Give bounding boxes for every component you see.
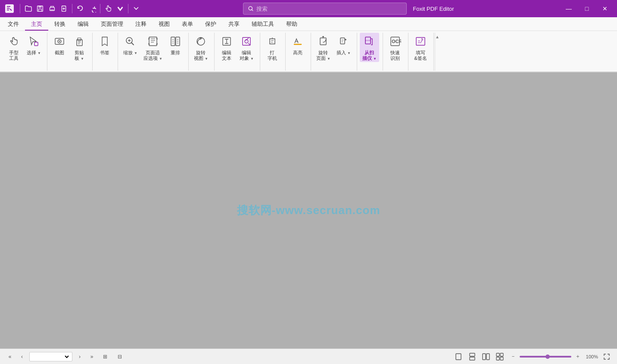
menu-item-annotation[interactable]: 注释	[129, 17, 153, 31]
print-button[interactable]	[46, 3, 58, 15]
sep2	[72, 4, 72, 13]
menu-item-convert[interactable]: 转换	[48, 17, 72, 31]
fitpage-button[interactable]: 页面适应选项 ▼	[141, 33, 165, 62]
screenshot-button[interactable]: 截图	[50, 33, 69, 56]
screenshot-icon	[53, 34, 66, 48]
svg-rect-34	[500, 357, 503, 360]
menubar: 文件 主页 转换 编辑 页面管理 注释 视图 表单 保护 共享 辅助工具 帮助	[0, 17, 617, 31]
select-icon	[27, 34, 41, 48]
menu-item-view[interactable]: 视图	[153, 17, 176, 31]
svg-point-10	[59, 41, 60, 42]
svg-rect-32	[500, 353, 503, 356]
ocr-label: 快速识别	[390, 50, 400, 61]
select-tool-button[interactable]: 选择 ▼	[24, 33, 44, 56]
edit-text-button[interactable]: 编辑文本	[217, 33, 236, 62]
scan-icon	[362, 34, 376, 48]
zoom-out-button[interactable]: －	[508, 352, 518, 361]
menu-item-tools[interactable]: 辅助工具	[246, 17, 280, 31]
search-input[interactable]	[256, 6, 402, 12]
svg-rect-25	[416, 37, 425, 45]
edit-text-icon	[220, 34, 234, 48]
zoom-button[interactable]: 缩放 ▼	[121, 33, 140, 56]
highlight-label: 高亮	[293, 50, 302, 56]
zoom-in-button[interactable]: ＋	[573, 352, 583, 361]
page-select[interactable]	[31, 354, 70, 360]
ribbon-scroll-arrow[interactable]: ▲	[435, 34, 439, 39]
nav-first-button[interactable]: «	[5, 352, 15, 361]
ribbon-group-bookmark: 书签	[93, 33, 118, 71]
menu-dropdown-button[interactable]	[130, 3, 142, 15]
close-button[interactable]: ✕	[596, 3, 614, 15]
svg-rect-30	[486, 354, 489, 360]
reorder-button[interactable]: 重排	[166, 33, 185, 56]
menu-item-protect[interactable]: 保护	[199, 17, 222, 31]
nav-prev-button[interactable]: ‹	[17, 352, 27, 361]
svg-text:OCR: OCR	[392, 39, 401, 44]
search-icon	[248, 6, 254, 12]
sep4	[128, 4, 128, 13]
ocr-button[interactable]: OCR 快速识别	[386, 33, 405, 62]
bookmark-icon	[98, 34, 112, 48]
bookmark-button[interactable]: 书签	[95, 33, 114, 56]
ribbon-scroll: ▲	[435, 33, 440, 71]
nav-extra2-button[interactable]: ⊟	[114, 352, 126, 361]
nav-extra1-button[interactable]: ⊞	[99, 352, 111, 361]
save-button[interactable]	[34, 3, 46, 15]
nav-last-button[interactable]: »	[87, 352, 97, 361]
hand-tool-button[interactable]: 手型工具	[4, 33, 23, 62]
nav-next-button[interactable]: ›	[75, 352, 84, 361]
insert-button[interactable]: 插入 ▼	[334, 33, 353, 56]
screenshot-label: 截图	[55, 50, 64, 56]
fill-sign-button[interactable]: 填写&签名	[411, 33, 430, 62]
ribbon-group-highlight: 高亮	[287, 33, 311, 71]
fitpage-label: 页面适应选项 ▼	[143, 50, 162, 61]
two-page-view-button[interactable]	[481, 352, 491, 362]
two-page-continuous-view-button[interactable]	[495, 352, 505, 362]
highlight-icon	[291, 34, 305, 48]
menu-item-page[interactable]: 页面管理	[95, 17, 129, 31]
minimize-button[interactable]: —	[560, 3, 577, 15]
rotate-page-icon	[316, 34, 330, 48]
highlight-button[interactable]: 高亮	[288, 33, 307, 56]
menu-item-home[interactable]: 主页	[25, 17, 48, 31]
menu-item-edit[interactable]: 编辑	[72, 17, 95, 31]
hand-cursor-button[interactable]	[102, 3, 114, 15]
single-page-view-button[interactable]	[453, 352, 464, 362]
menu-item-file[interactable]: 文件	[2, 17, 25, 31]
ribbon-group-sign: 填写&签名	[409, 33, 434, 71]
scan-label: 从扫描仪 ▼	[362, 50, 377, 61]
maximize-button[interactable]: □	[578, 3, 595, 15]
svg-point-19	[245, 40, 248, 43]
undo-button[interactable]	[74, 3, 86, 15]
continuous-view-button[interactable]	[467, 352, 477, 362]
menu-item-form[interactable]: 表单	[176, 17, 199, 31]
main-content: 搜软网-www.secruan.com	[0, 72, 617, 348]
scan-button[interactable]: 从扫描仪 ▼	[360, 33, 379, 62]
ribbon-group-ocr: OCR 快速识别	[384, 33, 408, 71]
svg-rect-31	[496, 353, 499, 356]
fill-sign-label: 填写&签名	[414, 50, 427, 61]
rotate-view-button[interactable]: 旋转视图 ▼	[191, 33, 211, 62]
ocr-icon: OCR	[388, 34, 402, 48]
svg-rect-27	[470, 353, 475, 356]
open-file-button[interactable]	[22, 3, 34, 15]
svg-rect-3	[38, 9, 41, 11]
expand-button[interactable]	[601, 352, 612, 362]
page-input-box[interactable]	[29, 352, 72, 361]
zoom-bar[interactable]	[520, 356, 571, 358]
window-controls: — □ ✕	[560, 3, 614, 15]
paste-button[interactable]: 剪贴板 ▼	[70, 33, 89, 62]
rotate-page-button[interactable]: 旋转页面 ▼	[314, 33, 333, 62]
search-box[interactable]	[243, 3, 407, 15]
redo-button[interactable]	[86, 3, 98, 15]
menu-item-share[interactable]: 共享	[222, 17, 246, 31]
dropdown-arrow-button[interactable]	[114, 3, 126, 15]
edit-obj-button[interactable]: 编辑对象 ▼	[237, 33, 256, 62]
typewriter-button[interactable]: 打字机	[263, 33, 282, 62]
typewriter-label: 打字机	[268, 50, 277, 61]
status-right: － ＋ 100%	[453, 352, 612, 362]
new-file-button[interactable]	[58, 3, 70, 15]
rotate-view-label: 旋转视图 ▼	[194, 50, 208, 61]
menu-item-help[interactable]: 帮助	[280, 17, 303, 31]
app-logo	[3, 3, 16, 15]
